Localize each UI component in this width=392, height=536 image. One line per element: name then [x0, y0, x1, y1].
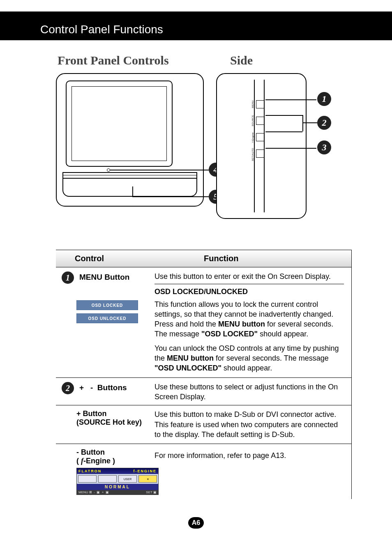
minus-button-text: For more information, refer to page A13. — [154, 451, 344, 460]
callout-2-badge: 2 — [317, 116, 331, 130]
front-base-icon — [62, 172, 197, 197]
row1-intro-text: Use this button to enter or exit the On … — [154, 271, 344, 281]
fengine-osd-preview: FLATRON f-ENGINE USER ✕ NORMAL MENU ⊠ - … — [76, 468, 159, 495]
side-button-menu — [256, 100, 264, 108]
fengine-user-icon: USER — [118, 475, 137, 483]
page-number-badge: A6 — [188, 517, 204, 529]
side-button-fengine — [256, 133, 264, 141]
diagram-front-panel — [56, 73, 204, 207]
table-header-function: Function — [154, 254, 238, 263]
table-header-row: Control Function — [56, 250, 351, 267]
fengine-logo: f-ENGINE — [134, 469, 157, 473]
control-function-table: Control Function 1 MENU Button OSD LOCKE… — [56, 250, 352, 499]
row1-osd-heading: OSD LOCKED/UNLOCKED — [154, 287, 344, 297]
callout-3-badge: 3 — [317, 140, 331, 154]
fengine-set-label: SET ▣ — [146, 490, 157, 494]
row2-control-label: + - Buttons — [79, 383, 127, 391]
side-label-setauto: SET/AUTO — [251, 148, 254, 161]
row1-osd-paragraph1: This function allows you to lock the cur… — [154, 299, 344, 339]
plus-button-text: Use this button to make D-Sub or DVI con… — [154, 409, 344, 439]
table-row: - Button ( f-Engine ) FLATRON f-ENGINE U… — [56, 444, 351, 499]
minus-button-label: - Button — [76, 448, 151, 457]
fengine-mode-icon — [98, 475, 117, 483]
fengine-brand: FLATRON — [78, 469, 101, 473]
fengine-mode-icon — [78, 475, 97, 483]
page-title: Control Panel Functions — [0, 12, 392, 36]
table-row: + Button (SOURCE Hot key) Use this butto… — [56, 405, 351, 444]
osd-unlocked-pill: OSD UNLOCKED — [76, 313, 138, 323]
heading-side: Side — [230, 53, 253, 67]
table-row: 2 + - Buttons Use these buttons to selec… — [56, 378, 351, 405]
diagram-side-panel: MENU SOURCE f-Engine SET/AUTO — [216, 73, 307, 219]
minus-button-sublabel: ( f-Engine ) — [76, 457, 151, 465]
front-screen-icon — [66, 81, 173, 167]
plus-button-label: + Button — [76, 409, 151, 418]
table-header-control: Control — [56, 254, 154, 263]
row1-control-label: MENU Button — [79, 273, 129, 281]
table-row: 1 MENU Button OSD LOCKED OSD UNLOCKED Us… — [56, 267, 351, 378]
power-indicator-icon — [107, 168, 110, 172]
side-button-setauto — [256, 150, 264, 158]
fengine-mode-icon: ✕ — [138, 475, 157, 483]
row1-badge: 1 — [62, 271, 74, 284]
side-label-source: SOURCE — [251, 115, 254, 126]
row1-osd-paragraph2: You can unlock the OSD controls at any t… — [154, 343, 344, 373]
header-band: Control Panel Functions — [0, 12, 392, 40]
side-label-fengine: f-Engine — [251, 132, 254, 143]
callout-1-badge: 1 — [317, 92, 331, 106]
fengine-menu-label: MENU ⊠ - ▣ + ▣ — [78, 490, 109, 494]
side-button-source — [256, 117, 264, 125]
fengine-mode-label: NORMAL — [77, 484, 158, 490]
side-button-strip: MENU SOURCE f-Engine SET/AUTO — [254, 80, 265, 212]
diagrams-area: 4 5 MENU SOURCE f-Engine SET/AUTO 1 2 3 — [56, 73, 352, 229]
plus-button-sublabel: (SOURCE Hot key) — [76, 418, 151, 427]
side-label-menu: MENU — [251, 100, 254, 108]
row2-intro-text: Use these buttons to select or adjust fu… — [154, 382, 344, 402]
row2-badge: 2 — [62, 382, 74, 394]
osd-locked-pill: OSD LOCKED — [76, 300, 138, 310]
heading-front-panel: Front Panel Controls — [58, 53, 169, 67]
